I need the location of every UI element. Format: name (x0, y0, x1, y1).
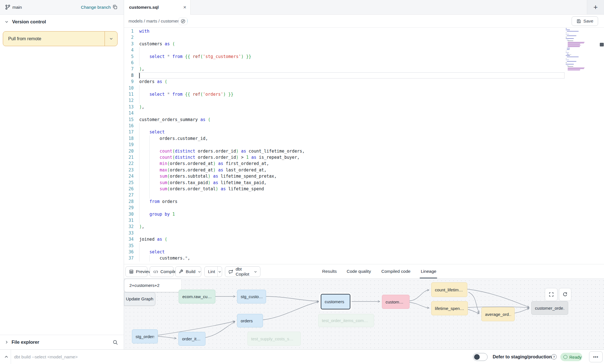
indent-guide (139, 85, 140, 91)
lineage-node-lifetime-spend[interactable]: lifetime_spen… (431, 301, 468, 315)
dbt-copilot-button[interactable]: dbt Copilot (225, 266, 260, 277)
copilot-options-caret[interactable] (254, 270, 257, 274)
code-line: select (139, 129, 165, 135)
build-options-caret[interactable] (198, 270, 201, 274)
sidebar: main Change branch Version control Pull … (0, 0, 124, 349)
preview-button[interactable]: Preview (125, 266, 147, 277)
line-number: 6 (124, 60, 134, 66)
lineage-node-test-order-items[interactable]: test_order_items_com… (318, 314, 374, 327)
defer-label: Defer to staging/production (493, 350, 552, 364)
compile-label: Compile (160, 269, 176, 274)
code-line: joined as ( (139, 236, 167, 242)
indent-guide (139, 60, 140, 66)
lineage-node-label: orders (241, 318, 253, 323)
lineage-node-ecom-raw-customers[interactable]: ecom.raw_cu… (179, 290, 215, 303)
minimap-line (567, 35, 577, 36)
chevron-up-icon[interactable] (4, 354, 9, 359)
fullscreen-button[interactable] (545, 288, 557, 301)
explore-lineage-button[interactable] (178, 17, 187, 25)
line-number: 23 (124, 167, 134, 173)
status-bar: dbt build --select <model_name> Defer to… (0, 349, 604, 364)
table-grid-icon (129, 269, 134, 274)
lineage-node-order-items[interactable]: order_it… (178, 332, 205, 346)
change-branch-link[interactable]: Change branch (81, 0, 111, 15)
lineage-node-count-lifetime[interactable]: count_lifetim… (431, 282, 467, 297)
line-number: 33 (124, 230, 134, 236)
tab-customers-sql[interactable]: customers.sql × (124, 0, 191, 15)
line-number: 19 (124, 142, 134, 148)
editor-code[interactable]: withcustomers as ( select * from {{ ref(… (139, 28, 601, 264)
help-icon[interactable]: ? (551, 354, 557, 359)
line-number: 1 (124, 28, 134, 34)
minimap-line (568, 68, 585, 68)
save-button[interactable]: Save (572, 16, 598, 26)
compass-icon (181, 19, 185, 24)
build-button[interactable]: Build (175, 266, 201, 277)
minimap-line (567, 48, 570, 48)
line-number: 24 (124, 173, 134, 179)
lineage-node-stg-customers[interactable]: stg_custo… (237, 290, 266, 303)
code-line: select * from {{ ref('orders') }} (139, 91, 233, 97)
minimap[interactable] (566, 28, 591, 84)
minimap-line (566, 58, 567, 59)
save-icon (576, 19, 581, 24)
more-options-button[interactable]: ••• (589, 351, 603, 362)
lineage-panel[interactable]: ecom.raw_cu…stg_custo…stg_ordersorder_it… (124, 279, 604, 349)
line-number: 29 (124, 205, 134, 211)
pull-from-remote-button[interactable]: Pull from remote (3, 31, 118, 46)
lint-button[interactable]: Lint (204, 266, 222, 277)
code-line: customers as ( (139, 41, 175, 47)
copy-icon[interactable] (112, 4, 118, 10)
pull-options-caret[interactable] (105, 37, 117, 41)
file-explorer-header[interactable]: File explorer (0, 335, 124, 349)
status-badge[interactable]: Ready (560, 353, 582, 361)
search-icon[interactable] (112, 340, 118, 345)
defer-toggle[interactable] (473, 353, 488, 361)
line-number: 27 (124, 192, 134, 198)
tab-lineage[interactable]: Lineage (421, 264, 436, 278)
indent-guide (149, 142, 150, 148)
save-label: Save (583, 19, 593, 24)
plus-icon: + (593, 3, 598, 12)
indent-guide (139, 217, 140, 224)
lineage-node-orders[interactable]: orders (237, 314, 263, 327)
lineage-node-label: lifetime_spen… (435, 306, 464, 311)
line-number: 18 (124, 135, 134, 142)
scrollbar-thumb[interactable] (600, 43, 604, 46)
code-line: select (139, 249, 165, 255)
lineage-node-label: stg_orders (136, 334, 154, 339)
close-icon[interactable]: × (183, 4, 186, 10)
compile-button[interactable]: Compile (150, 266, 174, 277)
divider (11, 350, 11, 364)
line-number: 30 (124, 211, 134, 217)
lineage-node-test-supply-costs[interactable]: test_supply_costs_s… (247, 332, 301, 346)
tab-strip: customers.sql × + (124, 0, 604, 15)
fullscreen-icon (549, 292, 554, 297)
lineage-node-average-order[interactable]: average_ord… (481, 307, 515, 321)
tab-code-quality[interactable]: Code quality (347, 264, 371, 278)
line-number: 4 (124, 47, 134, 53)
lineage-node-customer-semantic[interactable]: custom… (382, 295, 410, 309)
minimap-line (566, 34, 569, 35)
tab-compiled-code[interactable]: Compiled code (381, 264, 410, 278)
refresh-button[interactable] (559, 288, 571, 301)
version-control-header[interactable]: Version control (0, 16, 124, 28)
indent-guide (139, 205, 140, 211)
tab-results[interactable]: Results (322, 264, 337, 278)
minimap-line (566, 64, 574, 64)
line-number: 3 (124, 41, 134, 47)
code-line: sum(orders.order_total) as lifetime_spen… (139, 186, 264, 192)
lint-options-caret[interactable] (218, 270, 222, 274)
minimap-line (568, 44, 580, 44)
command-input[interactable]: dbt build --select <model_name> (14, 350, 78, 364)
new-tab-button[interactable]: + (587, 0, 604, 14)
line-number: 2 (124, 34, 134, 41)
code-editor[interactable]: 1234567891011121314151617181920212223242… (124, 28, 604, 264)
lineage-node-stg-orders[interactable]: stg_orders (132, 329, 158, 343)
lineage-node-customer-orders[interactable]: customer_orde… (531, 301, 568, 315)
lineage-node-customers[interactable]: customers (321, 294, 350, 309)
git-branch-icon (5, 5, 10, 10)
code-line: orders as ( (139, 79, 167, 85)
lineage-node-label: custom… (386, 300, 403, 304)
line-number: 14 (124, 110, 134, 116)
